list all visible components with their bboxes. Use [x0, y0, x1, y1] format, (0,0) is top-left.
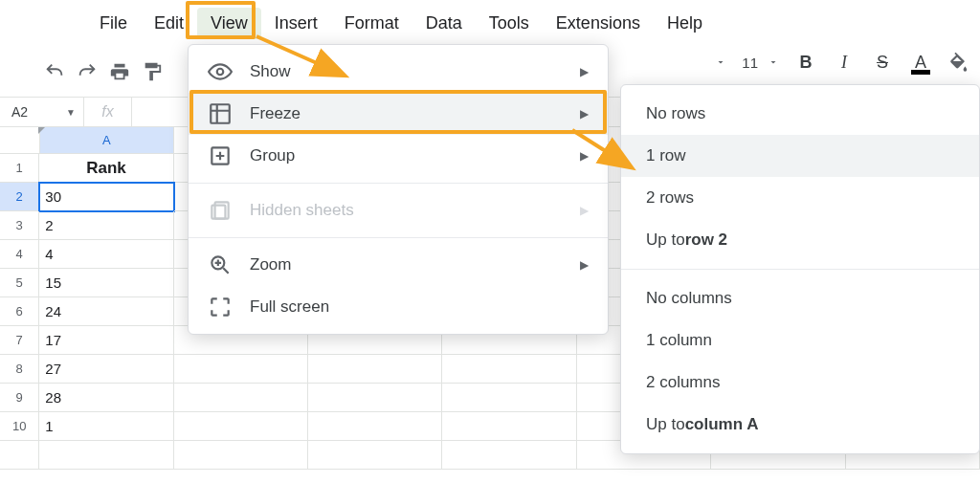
redo-button[interactable]: [71, 55, 103, 88]
row-header-10[interactable]: 10: [0, 412, 39, 441]
cell-a7[interactable]: 17: [39, 326, 173, 355]
cell-a8[interactable]: 27: [39, 355, 173, 384]
menu-tools[interactable]: Tools: [476, 8, 543, 39]
menu-file[interactable]: File: [86, 8, 141, 39]
freeze-handle-icon[interactable]: [38, 127, 46, 135]
paint-format-button[interactable]: [136, 55, 168, 88]
view-menu-freeze-label: Freeze: [250, 104, 301, 123]
submenu-arrow-icon: ▶: [580, 149, 589, 163]
group-icon: [208, 143, 233, 168]
select-all-corner[interactable]: [0, 127, 40, 154]
view-menu-group[interactable]: Group ▶: [189, 135, 608, 177]
undo-button[interactable]: [38, 55, 71, 88]
menu-edit[interactable]: Edit: [141, 8, 197, 39]
menu-data[interactable]: Data: [412, 8, 476, 39]
freeze-1-column[interactable]: 1 column: [621, 319, 979, 362]
menu-bar: File Edit View Insert Format Data Tools …: [0, 0, 980, 47]
cell-a4[interactable]: 4: [39, 240, 173, 269]
freeze-2-rows[interactable]: 2 rows: [621, 177, 979, 219]
submenu-arrow-icon: ▶: [580, 65, 589, 78]
row-header-8[interactable]: 8: [0, 355, 39, 384]
cell[interactable]: [442, 441, 576, 470]
view-menu-zoom[interactable]: Zoom ▶: [189, 244, 608, 286]
cell[interactable]: [442, 384, 576, 412]
view-menu-freeze[interactable]: Freeze ▶: [189, 93, 608, 135]
strikethrough-button[interactable]: S: [867, 46, 898, 78]
view-menu-group-label: Group: [250, 146, 295, 165]
row-header-7[interactable]: 7: [0, 326, 39, 355]
row-header-5[interactable]: 5: [0, 269, 39, 297]
menu-extensions[interactable]: Extensions: [543, 8, 654, 39]
row-header-2[interactable]: 2: [0, 183, 39, 211]
view-menu-full-screen-label: Full screen: [250, 297, 329, 317]
freeze-pane-icon: [208, 101, 233, 126]
view-menu-hidden-sheets: Hidden sheets ▶: [189, 189, 608, 231]
fill-color-button[interactable]: [944, 46, 974, 78]
toolbar-right: 11 B I S A: [711, 46, 980, 78]
row-header-1[interactable]: 1: [0, 154, 39, 183]
font-family-dropdown-icon[interactable]: [711, 46, 730, 78]
name-box-value: A2: [11, 104, 28, 120]
cell[interactable]: [308, 384, 442, 412]
freeze-1-row[interactable]: 1 row: [621, 135, 979, 177]
cell[interactable]: [442, 355, 576, 384]
cell-a10[interactable]: 1: [39, 412, 173, 441]
text-color-button[interactable]: A: [905, 46, 936, 78]
cell[interactable]: [39, 441, 173, 470]
italic-button[interactable]: I: [829, 46, 859, 78]
menu-separator: [189, 237, 608, 238]
submenu-arrow-icon: ▶: [580, 204, 589, 217]
bold-button[interactable]: B: [791, 46, 821, 78]
menu-separator: [189, 183, 608, 184]
cell-a6[interactable]: 24: [39, 297, 173, 326]
svg-rect-4: [212, 206, 225, 219]
view-menu-show[interactable]: Show ▶: [189, 51, 608, 93]
cell[interactable]: [308, 441, 442, 470]
cell-a5[interactable]: 15: [39, 269, 173, 297]
svg-point-0: [217, 69, 224, 76]
menu-help[interactable]: Help: [654, 8, 716, 39]
cell[interactable]: [174, 384, 308, 412]
cell[interactable]: [174, 412, 308, 441]
menu-insert[interactable]: Insert: [261, 8, 331, 39]
view-menu-show-label: Show: [250, 62, 291, 81]
font-size-control[interactable]: 11: [738, 55, 783, 71]
cell[interactable]: [174, 441, 308, 470]
view-menu-full-screen[interactable]: Full screen: [189, 286, 608, 328]
cell-a3[interactable]: 2: [39, 211, 173, 240]
row-header[interactable]: [0, 441, 39, 470]
chevron-down-icon: ▼: [66, 107, 76, 118]
menu-view[interactable]: View: [197, 8, 261, 39]
cell[interactable]: [174, 355, 308, 384]
cell-a1[interactable]: Rank: [39, 154, 173, 183]
cell-a9[interactable]: 28: [39, 384, 173, 412]
view-menu-hidden-sheets-label: Hidden sheets: [250, 201, 354, 220]
print-button[interactable]: [103, 55, 136, 88]
freeze-no-rows[interactable]: No rows: [621, 93, 979, 135]
menu-format[interactable]: Format: [331, 8, 412, 39]
column-header-a[interactable]: A: [40, 127, 174, 154]
freeze-submenu-panel: No rows 1 row 2 rows Up to row 2 No colu…: [620, 84, 980, 454]
row-header-4[interactable]: 4: [0, 240, 39, 269]
svg-rect-1: [211, 104, 230, 123]
cell[interactable]: [308, 412, 442, 441]
fullscreen-icon: [208, 295, 233, 319]
view-menu-panel: Show ▶ Freeze ▶ Group ▶ Hidden sheets ▶ …: [188, 44, 609, 335]
font-size-value: 11: [742, 55, 758, 71]
row-header-9[interactable]: 9: [0, 384, 39, 412]
freeze-up-to-column[interactable]: Up to column A: [621, 404, 979, 446]
menu-separator: [621, 269, 979, 270]
freeze-2-columns[interactable]: 2 columns: [621, 362, 979, 404]
cell[interactable]: [308, 355, 442, 384]
freeze-up-to-row[interactable]: Up to row 2: [621, 219, 979, 261]
sheets-icon: [208, 198, 233, 223]
cell[interactable]: [442, 412, 576, 441]
row-header-6[interactable]: 6: [0, 297, 39, 326]
view-menu-zoom-label: Zoom: [250, 255, 291, 274]
name-box[interactable]: A2 ▼: [0, 98, 84, 126]
row-header-3[interactable]: 3: [0, 211, 39, 240]
fx-label: fx: [84, 98, 132, 126]
freeze-no-columns[interactable]: No columns: [621, 277, 979, 319]
eye-icon: [208, 59, 233, 84]
cell-a2-active[interactable]: 30: [39, 183, 173, 211]
